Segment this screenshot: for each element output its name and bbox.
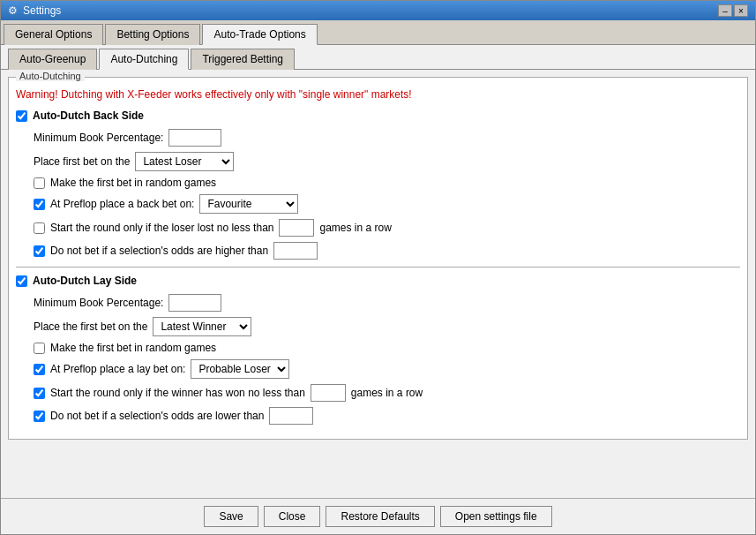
lay-place-first-select[interactable]: Latest Winner Latest Loser Favourite Pro… (153, 317, 251, 336)
lay-no-bet-row: Do not bet if a selection's odds are low… (34, 407, 740, 425)
back-no-bet-input[interactable]: 30.00 (273, 242, 318, 260)
lay-no-bet-checkbox[interactable] (34, 411, 45, 422)
back-min-book-row: Minimum Book Percentage: 99.00 (34, 129, 740, 147)
back-no-bet-label: Do not bet if a selection's odds are hig… (50, 245, 268, 257)
lay-side-section: Auto-Dutch Lay Side Minimum Book Percent… (16, 275, 740, 425)
lay-start-round-input[interactable]: 2 (311, 384, 346, 402)
back-side-checkbox[interactable] (16, 110, 27, 122)
title-bar-title: ⚙ Settings (8, 4, 61, 17)
save-button[interactable]: Save (204, 506, 258, 527)
lay-side-content: Minimum Book Percentage: 101.00 Place th… (34, 294, 740, 425)
back-side-content: Minimum Book Percentage: 99.00 Place fir… (34, 129, 740, 260)
lay-place-first-label: Place the first bet on the (34, 320, 147, 333)
lay-side-title-row: Auto-Dutch Lay Side (16, 275, 740, 287)
back-start-round-input[interactable]: 0 (279, 219, 314, 237)
settings-window: ⚙ Settings – × General Options Betting O… (0, 0, 756, 535)
group-box-title: Auto-Dutching (16, 71, 85, 81)
tab-auto-greenup[interactable]: Auto-Greenup (8, 49, 97, 70)
lay-min-book-label: Minimum Book Percentage: (34, 297, 163, 309)
tab-autotrade-options[interactable]: Auto-Trade Options (202, 24, 317, 45)
back-preflop-row: At Preflop place a back bet on: Favourit… (34, 194, 740, 214)
back-start-round-suffix: games in a row (319, 222, 391, 234)
open-settings-file-button[interactable]: Open settings file (440, 506, 552, 527)
window-title: Settings (23, 4, 61, 17)
lay-side-checkbox[interactable] (16, 275, 27, 287)
lay-preflop-select[interactable]: Probable Loser Favourite Latest Loser La… (191, 359, 289, 379)
auto-dutching-group: Auto-Dutching Warning! Dutching with X-F… (8, 77, 748, 440)
back-start-round-row: Start the round only if the loser lost n… (34, 219, 740, 237)
lay-no-bet-input[interactable]: 1.50 (269, 407, 313, 425)
back-preflop-select[interactable]: Favourite Probable Loser Latest Loser La… (199, 194, 298, 214)
lay-start-round-suffix: games in a row (351, 387, 423, 399)
lay-min-book-input[interactable]: 101.00 (168, 294, 221, 312)
back-no-bet-row: Do not bet if a selection's odds are hig… (34, 242, 740, 260)
back-place-first-label: Place first bet on the (34, 155, 130, 168)
back-random-games-row: Make the first bet in random games (34, 177, 740, 189)
lay-place-first-row: Place the first bet on the Latest Winner… (34, 317, 740, 336)
back-place-first-row: Place first bet on the Latest Loser Late… (34, 152, 740, 171)
lay-random-games-label: Make the first bet in random games (50, 342, 216, 354)
back-side-label: Auto-Dutch Back Side (33, 109, 144, 122)
back-preflop-checkbox[interactable] (34, 199, 45, 210)
back-place-first-select[interactable]: Latest Loser Latest Winner Favourite Pro… (135, 152, 234, 171)
back-preflop-label: At Preflop place a back bet on: (50, 198, 194, 210)
title-bar: ⚙ Settings – × (1, 1, 755, 20)
lay-random-games-checkbox[interactable] (34, 343, 45, 354)
lay-preflop-checkbox[interactable] (34, 364, 45, 375)
tab-general-options[interactable]: General Options (4, 24, 103, 45)
lay-preflop-row: At Preflop place a lay bet on: Probable … (34, 359, 740, 379)
content-area: Auto-Dutching Warning! Dutching with X-F… (1, 70, 755, 498)
lay-min-book-row: Minimum Book Percentage: 101.00 (34, 294, 740, 312)
back-no-bet-checkbox[interactable] (34, 245, 45, 257)
section-separator (16, 267, 740, 268)
back-min-book-label: Minimum Book Percentage: (34, 132, 163, 144)
tab-triggered-betting[interactable]: Triggered Betting (191, 49, 295, 70)
window-icon: ⚙ (8, 4, 18, 17)
minimize-button[interactable]: – (718, 4, 732, 17)
title-bar-controls: – × (718, 4, 748, 17)
back-random-games-label: Make the first bet in random games (50, 177, 216, 189)
inner-tab-bar: Auto-Greenup Auto-Dutching Triggered Bet… (1, 45, 755, 70)
back-side-title-row: Auto-Dutch Back Side (16, 109, 740, 122)
lay-start-round-row: Start the round only if the winner has w… (34, 384, 740, 402)
restore-defaults-button[interactable]: Restore Defaults (326, 506, 434, 527)
tab-auto-dutching[interactable]: Auto-Dutching (99, 49, 189, 70)
lay-random-games-row: Make the first bet in random games (34, 342, 740, 354)
back-side-section: Auto-Dutch Back Side Minimum Book Percen… (16, 109, 740, 260)
back-start-round-label: Start the round only if the loser lost n… (50, 222, 273, 234)
lay-preflop-label: At Preflop place a lay bet on: (50, 363, 185, 375)
lay-side-label: Auto-Dutch Lay Side (33, 275, 137, 287)
lay-start-round-checkbox[interactable] (34, 388, 45, 399)
tab-betting-options[interactable]: Betting Options (105, 24, 200, 45)
lay-no-bet-label: Do not bet if a selection's odds are low… (50, 410, 264, 422)
footer: Save Close Restore Defaults Open setting… (1, 498, 755, 534)
close-button[interactable]: × (734, 4, 748, 17)
close-button-footer[interactable]: Close (264, 506, 321, 527)
back-min-book-input[interactable]: 99.00 (168, 129, 221, 147)
warning-text: Warning! Dutching with X-Feeder works ef… (16, 88, 740, 101)
outer-tab-bar: General Options Betting Options Auto-Tra… (1, 20, 755, 45)
lay-start-round-label: Start the round only if the winner has w… (50, 387, 305, 399)
back-start-round-checkbox[interactable] (34, 222, 45, 234)
back-random-games-checkbox[interactable] (34, 177, 45, 189)
